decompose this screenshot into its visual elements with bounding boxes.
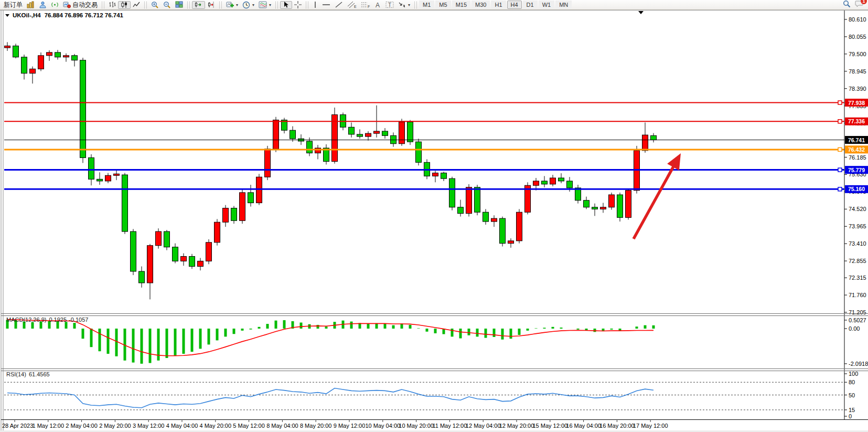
candle-body — [55, 52, 61, 57]
text-icon: A — [374, 1, 381, 8]
time-tick-label: 11 May 12:00 — [432, 423, 467, 429]
zoom-out-icon[interactable] — [161, 1, 173, 9]
candle-body — [483, 212, 489, 222]
candle-body — [366, 133, 371, 136]
candle-body — [416, 142, 422, 162]
candle-body — [80, 60, 86, 158]
candle-body — [609, 195, 615, 207]
templates-button[interactable]: ▾ — [256, 1, 273, 9]
candle-body — [223, 208, 229, 223]
candle-body — [626, 191, 631, 218]
cursor-tool-button[interactable] — [280, 1, 292, 9]
chart-canvas[interactable]: 80.61080.05579.50078.94578.39077.83577.2… — [0, 0, 868, 432]
candle-body — [30, 69, 36, 73]
add-indicator-button[interactable]: ▾ — [224, 1, 240, 9]
arrows-icon — [398, 1, 406, 8]
chart-symbol-period: UKOil-,H4 — [13, 12, 41, 18]
chat-icon[interactable]: 1 — [855, 0, 863, 10]
time-tick-label: 3 May 12:00 — [133, 423, 165, 429]
charts-icon[interactable] — [25, 1, 37, 9]
toolbar-right-group: 1 — [843, 0, 866, 10]
auto-scroll-icon[interactable] — [192, 1, 205, 9]
candle-body — [458, 207, 464, 214]
candle-body — [441, 173, 447, 178]
rsi-axis-label: 80 — [849, 379, 855, 385]
rsi-value: 61.4565 — [29, 371, 50, 377]
chevron-down-icon: ▾ — [269, 3, 271, 7]
horizontal-line-icon — [322, 1, 330, 8]
candle-body — [542, 181, 548, 184]
macd-main-value: 0.1925 — [49, 317, 67, 323]
candle-body — [601, 207, 606, 209]
candle-body — [173, 247, 178, 261]
time-tick-label: 15 May 12:00 — [532, 423, 567, 429]
candle-body — [382, 131, 388, 135]
periods-button[interactable]: ▾ — [240, 1, 256, 9]
candle-body — [13, 46, 19, 57]
hline-handle[interactable] — [838, 147, 842, 151]
toolbar-separator — [275, 2, 278, 8]
price-badge-label: 76.741 — [848, 137, 865, 143]
timeframe-button-h4[interactable]: H4 — [507, 1, 522, 9]
candle-body — [38, 56, 44, 69]
charts-icon-glyph — [27, 1, 35, 8]
candle-body — [374, 131, 380, 133]
bar-chart-icon[interactable] — [106, 1, 118, 9]
profile-icon[interactable] — [37, 1, 49, 9]
line-chart-icon[interactable] — [131, 1, 142, 9]
tile-windows-icon[interactable] — [173, 1, 185, 9]
crosshair-tool-button[interactable] — [292, 1, 304, 9]
search-icon[interactable] — [843, 0, 851, 10]
timeframe-button-w1[interactable]: W1 — [539, 1, 555, 9]
equidistant-channel-tool[interactable]: E — [345, 1, 359, 9]
timeframe-button-m30[interactable]: M30 — [471, 1, 490, 9]
candle-body — [105, 175, 111, 181]
horizontal-line-tool[interactable] — [320, 1, 333, 9]
candle-body — [391, 135, 397, 143]
text-label-tool[interactable]: T — [383, 1, 396, 9]
hline-handle[interactable] — [838, 120, 842, 123]
candle-body — [290, 130, 296, 139]
candle-body — [349, 127, 355, 134]
price-badge-label: 77.938 — [848, 100, 865, 106]
price-tick-label: 72.855 — [849, 258, 866, 264]
price-tick-label: 71.205 — [849, 309, 866, 315]
new-order-button[interactable]: 新订单 — [2, 1, 25, 9]
timeframe-button-mn[interactable]: MN — [555, 1, 572, 9]
candle-body — [307, 141, 313, 153]
timeframe-button-m15[interactable]: M15 — [452, 1, 470, 9]
rsi-name: RSI(14) — [6, 371, 26, 377]
candle-body — [567, 181, 573, 188]
vertical-line-tool[interactable] — [310, 1, 320, 9]
candle-body — [206, 243, 212, 261]
toolbar-separator — [102, 2, 104, 8]
toolbar-separator — [144, 2, 147, 8]
fibonacci-tool[interactable]: F — [359, 1, 372, 9]
candle-body — [47, 52, 52, 56]
chevron-down-icon: ▾ — [236, 3, 238, 7]
hline-handle[interactable] — [838, 187, 842, 191]
notification-badge: 1 — [861, 0, 867, 4]
zoom-in-icon[interactable] — [149, 1, 161, 9]
terminal-window: 新订单 自动交易 — [0, 0, 868, 432]
timeframe-button-h1[interactable]: H1 — [491, 1, 506, 9]
timeframe-button-m1[interactable]: M1 — [419, 1, 434, 9]
autotrading-button[interactable]: 自动交易 — [61, 1, 100, 9]
timeframe-button-d1[interactable]: D1 — [523, 1, 538, 9]
toolbar-separator — [219, 2, 222, 8]
candle-body — [357, 134, 363, 136]
signals-icon[interactable] — [49, 1, 61, 9]
add-indicator-icon — [226, 1, 234, 8]
hline-handle[interactable] — [838, 168, 842, 172]
candle-body — [559, 178, 564, 181]
candlestick-chart-icon[interactable] — [118, 1, 131, 9]
hline-handle[interactable] — [838, 101, 842, 104]
timeframe-button-m5[interactable]: M5 — [435, 1, 451, 9]
chart-shift-icon[interactable] — [205, 1, 217, 9]
rsi-axis-label: 50 — [849, 392, 855, 398]
trendline-tool[interactable] — [333, 1, 345, 9]
time-tick-label: 16 May 20:00 — [599, 423, 635, 429]
arrows-tool[interactable]: ▾ — [396, 1, 412, 9]
text-tool[interactable]: A — [372, 1, 383, 9]
time-tick-label: 28 Apr 2023 — [2, 423, 33, 429]
